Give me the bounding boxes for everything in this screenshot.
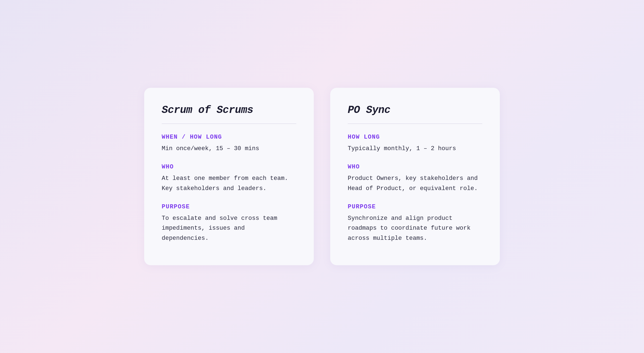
section-po-sync-purpose: PURPOSESynchronize and align product roa… [348, 203, 482, 243]
section-content-po-sync-purpose: Synchronize and align product roadmaps t… [348, 214, 482, 243]
section-label-scrum-of-scrums-when-how-long: WHEN / HOW LONG [162, 134, 296, 141]
section-scrum-of-scrums-when-how-long: WHEN / HOW LONGMin once/week, 15 – 30 mi… [162, 134, 296, 154]
card-scrum-of-scrums: Scrum of ScrumsWHEN / HOW LONGMin once/w… [144, 88, 314, 265]
section-po-sync-who: WHOProduct Owners, key stakeholders and … [348, 164, 482, 194]
section-label-scrum-of-scrums-who: WHO [162, 164, 296, 170]
divider-po-sync [348, 124, 482, 124]
card-title-scrum-of-scrums: Scrum of Scrums [162, 104, 296, 116]
section-po-sync-how-long: HOW LONGTypically monthly, 1 – 2 hours [348, 134, 482, 154]
section-label-po-sync-purpose: PURPOSE [348, 203, 482, 210]
section-content-po-sync-who: Product Owners, key stakeholders and Hea… [348, 174, 482, 194]
section-scrum-of-scrums-who: WHOAt least one member from each team. K… [162, 164, 296, 194]
section-label-po-sync-who: WHO [348, 164, 482, 170]
section-label-po-sync-how-long: HOW LONG [348, 134, 482, 141]
card-po-sync: PO SyncHOW LONGTypically monthly, 1 – 2 … [330, 88, 500, 265]
section-content-po-sync-how-long: Typically monthly, 1 – 2 hours [348, 144, 482, 154]
card-title-po-sync: PO Sync [348, 104, 482, 116]
section-label-scrum-of-scrums-purpose: PURPOSE [162, 203, 296, 210]
section-scrum-of-scrums-purpose: PURPOSETo escalate and solve cross team … [162, 203, 296, 243]
divider-scrum-of-scrums [162, 124, 296, 124]
section-content-scrum-of-scrums-who: At least one member from each team. Key … [162, 174, 296, 194]
cards-container: Scrum of ScrumsWHEN / HOW LONGMin once/w… [128, 71, 516, 282]
section-content-scrum-of-scrums-purpose: To escalate and solve cross team impedim… [162, 214, 296, 243]
section-content-scrum-of-scrums-when-how-long: Min once/week, 15 – 30 mins [162, 144, 296, 154]
